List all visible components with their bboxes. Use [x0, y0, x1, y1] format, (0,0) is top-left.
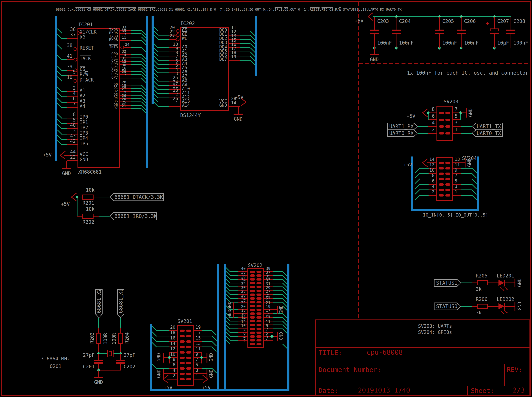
- capacitor-c202: [116, 360, 125, 361]
- q201-ref: Q201: [50, 364, 61, 369]
- capacitor-c203: [370, 33, 379, 34]
- c206-ref: C206: [464, 19, 476, 24]
- net-label-68681-dtack: 68681_DTACK/3.3K: [110, 193, 164, 201]
- wire: [98, 328, 99, 333]
- doc-number-label: Document Number:: [319, 366, 381, 373]
- wire: [461, 283, 472, 283]
- pin-number: 1: [455, 190, 482, 194]
- c201-ref: C201: [83, 364, 95, 369]
- capacitor-c206: [457, 33, 466, 34]
- wire: [99, 353, 107, 354]
- gnd-text: GND: [467, 156, 472, 169]
- sv201-ref: SV201: [177, 319, 192, 324]
- wire: [374, 17, 375, 30]
- wire: [239, 102, 242, 102]
- resistor-r202: [82, 214, 93, 219]
- schematic-page: 68681_CLK,68681_CS,68681_DTACK,68681_IAC…: [0, 0, 532, 397]
- c204-ref: C204: [399, 19, 411, 24]
- capacitor-c208: [506, 33, 515, 34]
- gnd-symbol: [277, 306, 278, 314]
- contact-pad: [439, 194, 444, 197]
- wire: [439, 17, 440, 30]
- r201-value: 10k: [86, 187, 95, 192]
- wire: [494, 34, 495, 48]
- wire: [77, 216, 82, 217]
- decoupling-note: 1x 100nF for each IC, osc, and connector: [407, 70, 528, 75]
- wire: [374, 48, 375, 55]
- title-block-line: [315, 386, 530, 386]
- gnd-symbol: [465, 158, 465, 167]
- gnd-symbol: [514, 302, 515, 311]
- ic201-ref: IC201: [78, 22, 93, 27]
- wire: [93, 216, 99, 217]
- capacitor-c204: [391, 30, 401, 31]
- capacitor-c206: [457, 30, 466, 31]
- gnd-text: GND: [91, 380, 106, 385]
- gnd-text: GND: [231, 117, 245, 122]
- gnd-symbol: [207, 353, 208, 363]
- contact-pad: [445, 167, 450, 169]
- wire: [64, 155, 67, 155]
- wire: [461, 195, 472, 196]
- c203-value: 100nF: [377, 40, 392, 45]
- note-sv203: SV203: UARTs: [418, 324, 452, 329]
- sheet-label: Sheet:: [471, 387, 494, 394]
- ic202-value: DS1244Y: [180, 113, 201, 118]
- gnd-symbol: [94, 377, 103, 378]
- capacitor-c208: [506, 30, 515, 31]
- capacitor-c201: [94, 360, 103, 361]
- gnd-text: GND: [517, 300, 522, 312]
- wire: [201, 379, 203, 379]
- contact-pad: [445, 173, 450, 175]
- net-label-68681-x2: 68681_X2: [95, 289, 103, 318]
- capacitor-c207: [490, 33, 499, 34]
- r203-ref: R203: [90, 330, 95, 346]
- pin-number: 6: [408, 179, 434, 183]
- plus5v-text: +5V: [164, 385, 172, 390]
- r203-value: 100R: [103, 331, 108, 347]
- pin-number: 8: [408, 174, 434, 178]
- resistor-r201: [82, 194, 93, 200]
- net-label-status1: STATUS1: [434, 279, 461, 287]
- title-value: cpu-68008: [367, 349, 403, 356]
- wire: [120, 328, 121, 333]
- pin-number: 14: [408, 157, 434, 162]
- pin-number: 10: [408, 168, 434, 173]
- wire: [164, 373, 169, 374]
- r202-value: 10k: [86, 207, 95, 212]
- net-label-68681-irq: 68681_IRQ/3.3K: [110, 212, 157, 220]
- wire: [439, 34, 440, 48]
- wire: [511, 17, 511, 30]
- wire: [472, 306, 477, 307]
- wire: [461, 34, 462, 48]
- wire: [77, 197, 82, 197]
- gnd-symbol: [370, 54, 379, 55]
- net-label-status0: STATUS0: [434, 303, 461, 310]
- capacitor-c205: [435, 30, 444, 31]
- wire: [98, 354, 99, 360]
- pin-number: 5: [455, 179, 482, 183]
- r202-ref: R202: [83, 220, 94, 225]
- gnd-symbol: [62, 168, 71, 169]
- ic202-ref: IC202: [180, 21, 195, 26]
- date-value: 20191013 1740: [358, 387, 410, 394]
- sv203-ref: SV203: [444, 99, 458, 104]
- contact-pad: [445, 183, 450, 186]
- gnd-symbol: [233, 114, 243, 115]
- wire: [93, 197, 99, 197]
- wire: [505, 283, 514, 283]
- contact-pad: [445, 194, 450, 197]
- gnd-text: GND: [227, 308, 232, 319]
- wire: [202, 373, 207, 374]
- wire: [461, 162, 465, 163]
- wire: [461, 306, 472, 307]
- gnd-text: GND: [468, 106, 473, 119]
- plus5v-text: +5V: [407, 114, 416, 119]
- crystal-q201: [113, 350, 114, 357]
- wire-bus-stub: [472, 195, 477, 200]
- gnd-text: GND: [279, 304, 283, 315]
- ic201-value: XR68C681: [78, 169, 102, 174]
- pin-number: 2: [408, 190, 434, 194]
- plus5v-text: +5V: [43, 152, 52, 157]
- plus5v-text: +5V: [61, 202, 70, 207]
